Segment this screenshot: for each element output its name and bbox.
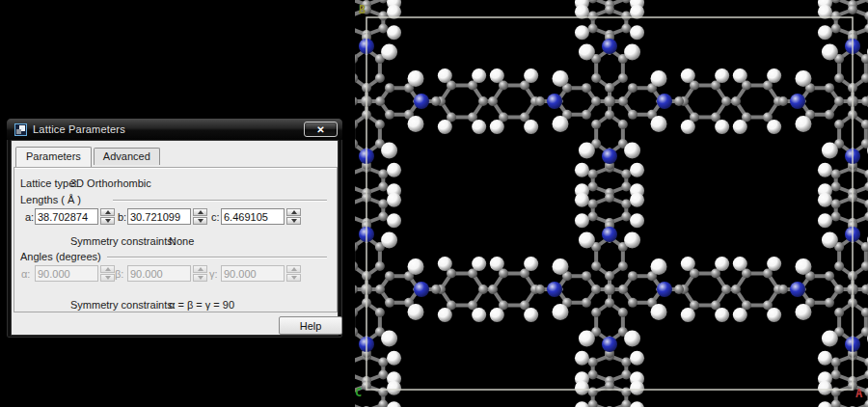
axis-label-a: A: [855, 387, 863, 400]
angles-symmetry-label: Symmetry constraints:: [70, 299, 176, 311]
angle-gamma-input: [221, 265, 285, 282]
lattice-type-value: 3D Orthorhombic: [70, 177, 151, 189]
molecule-layer: [355, 0, 868, 407]
angle-alpha-label: α:: [21, 268, 30, 280]
chevron-up-icon: [291, 267, 297, 271]
help-button[interactable]: Help: [279, 316, 342, 335]
chevron-up-icon: [105, 210, 111, 214]
spin-up-button: [193, 265, 207, 273]
length-c-label: c:: [211, 211, 220, 223]
spin-up-button[interactable]: [286, 208, 301, 216]
chevron-down-icon: [291, 276, 297, 280]
length-b-input[interactable]: [127, 208, 191, 225]
length-c-input[interactable]: [221, 208, 285, 225]
angles-group-rule: [107, 257, 327, 258]
chevron-up-icon: [198, 267, 203, 271]
structure-viewer[interactable]: BCA: [355, 0, 868, 407]
spin-down-button: [193, 274, 207, 282]
length-c-spinner[interactable]: [286, 208, 301, 225]
app-root: BCA Lattice Parameters ✕ Parameters Adva…: [0, 0, 868, 407]
length-a-spinner[interactable]: [100, 208, 115, 225]
chevron-down-icon: [198, 219, 203, 223]
spin-up-button: [100, 265, 115, 273]
dialog-title: Lattice Parameters: [33, 123, 125, 135]
spin-down-button[interactable]: [193, 217, 207, 225]
angles-group-label: Angles (degrees): [20, 251, 101, 262]
chevron-down-icon: [291, 219, 297, 223]
chevron-down-icon: [105, 276, 111, 280]
axis-label-c: C: [355, 386, 362, 399]
close-button[interactable]: ✕: [304, 122, 338, 137]
tab-advanced[interactable]: Advanced: [94, 148, 160, 165]
angle-beta-label: β:: [115, 268, 123, 280]
angles-symmetry-value: α = β = γ = 90: [169, 299, 234, 311]
chevron-down-icon: [105, 219, 111, 223]
chevron-up-icon: [105, 267, 111, 271]
length-b-label: b:: [118, 211, 126, 223]
symmetry-constraints-value: None: [169, 235, 194, 247]
spin-up-button[interactable]: [193, 208, 207, 216]
angle-gamma-label: γ:: [209, 268, 218, 280]
angle-gamma-spinner: [286, 265, 301, 282]
parameters-tab-page: Lattice type: 3D Orthorhombic Lengths ( …: [14, 167, 338, 312]
spin-up-button: [286, 265, 301, 273]
lengths-group-label: Lengths ( Å ): [20, 194, 81, 205]
angle-beta-input: [127, 265, 191, 282]
chevron-up-icon: [291, 210, 297, 214]
dialog-client-area: Parameters Advanced Lattice type: 3D Ort…: [11, 140, 339, 336]
spin-down-button[interactable]: [286, 217, 301, 225]
tab-parameters[interactable]: Parameters: [15, 147, 92, 167]
close-icon: ✕: [316, 124, 324, 135]
dialog-titlebar[interactable]: Lattice Parameters ✕: [7, 119, 342, 140]
angle-alpha-spinner: [100, 265, 115, 282]
chevron-up-icon: [198, 210, 203, 214]
lengths-group-rule: [113, 200, 327, 202]
lattice-type-label: Lattice type:: [20, 177, 77, 189]
app-icon: [14, 123, 27, 136]
lattice-parameters-dialog: Lattice Parameters ✕ Parameters Advanced…: [6, 118, 343, 339]
length-a-label: a:: [25, 211, 34, 223]
app-icon-square-small: [16, 129, 21, 134]
angle-beta-spinner: [193, 265, 207, 282]
axis-label-b: B: [359, 3, 366, 16]
angle-alpha-input: [35, 265, 98, 282]
symmetry-constraints-label: Symmetry constraints:: [70, 235, 176, 247]
spin-down-button: [286, 274, 301, 282]
spin-down-button[interactable]: [100, 217, 115, 225]
spin-up-button[interactable]: [100, 208, 115, 216]
tab-strip: Parameters Advanced: [15, 147, 162, 165]
length-a-input[interactable]: [35, 208, 98, 225]
length-b-spinner[interactable]: [193, 208, 207, 225]
chevron-down-icon: [198, 276, 203, 280]
spin-down-button: [100, 274, 115, 282]
